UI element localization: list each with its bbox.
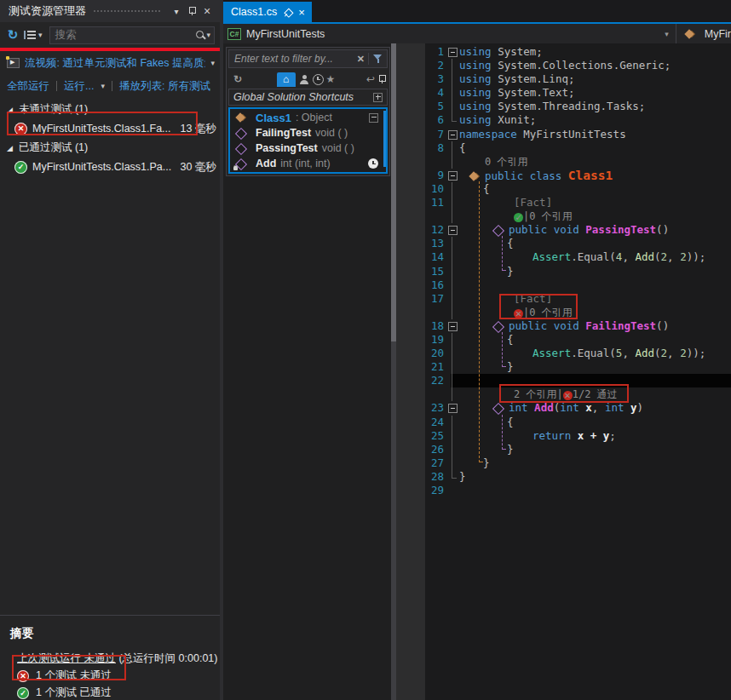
back-icon[interactable]: ↩ [366,73,375,85]
fold-collapse-icon[interactable] [446,128,459,141]
outline-margin [446,72,459,86]
code-row[interactable]: 3using System.Linq; [425,72,731,86]
code-row[interactable]: 26} [425,443,731,456]
group-by-button[interactable]: ▾ [24,30,43,40]
code-row[interactable]: 21} [425,360,731,374]
chevron-down-icon[interactable]: ▾ [665,30,669,38]
scrollbar-thumb[interactable] [391,43,396,341]
window-position-menu-button[interactable]: ▾ [169,3,184,19]
navigator-scrollbar[interactable] [383,111,386,167]
chevron-down-icon[interactable]: ▾ [101,82,105,90]
codelens-row[interactable]: |0 个引用 [425,306,731,319]
test-group-header[interactable]: ◢已通过测试 (1) [0,139,220,157]
fold-collapse-icon[interactable] [446,223,459,237]
code-row[interactable]: 4using System.Text; [425,86,731,100]
code-row[interactable]: 16 [425,278,731,292]
video-link[interactable]: 流视频: 通过单元测试和 Fakes 提高质量 [25,56,205,71]
code-row[interactable]: 28} [425,470,731,484]
line-number: 13 [425,237,446,250]
code-row[interactable]: 7namespace MyFirstUnitTests [425,128,731,141]
pin-tab-icon[interactable] [282,6,294,18]
test-item-row[interactable]: MyFirstUnitTests.Class1.Fa...13 毫秒 [0,118,220,139]
line-number: 9 [425,169,446,182]
code-row[interactable]: 18public void FailingTest() [425,319,731,333]
chevron-down-icon[interactable]: ▾ [206,31,210,39]
method-icon [234,128,246,138]
fold-collapse-icon[interactable] [446,169,459,182]
code-row[interactable]: 19{ [425,333,731,347]
breakpoint-margin[interactable] [396,43,425,700]
section-header-row[interactable]: Global Solution Shortcuts [228,89,388,106]
home-tab[interactable]: ⌂ [277,72,296,87]
code-row[interactable]: 12public void PassingTest() [425,223,731,237]
codelens-row[interactable]: |0 个引用 [425,209,731,223]
pin-icon[interactable] [377,74,386,84]
navigator-filter-box[interactable]: Enter text to filter by... ✕ [228,49,388,68]
tab-class1-cs[interactable]: Class1.cs × [223,2,312,22]
refresh-tests-button[interactable]: ↻ [5,27,20,43]
code-row[interactable]: 9public class Class1 [425,169,731,182]
test-item-row[interactable]: MyFirstUnitTests.Class1.Pa...30 毫秒 [0,157,220,177]
summary-rows: 1 个测试 未通过1 个测试 已通过 [10,668,211,700]
token-pl: } [507,360,514,373]
code-row[interactable]: 29 [425,484,731,497]
codelens-row[interactable]: 2 个引用|1/2 通过 [425,387,731,401]
code-row[interactable]: 22 [425,374,731,387]
code-row[interactable]: 25return x + y; [425,429,731,443]
code-row[interactable]: 11[Fact] [425,196,731,209]
playlist-link[interactable]: 播放列表: 所有测试 [119,79,210,94]
code-row[interactable]: 24{ [425,416,731,429]
codelens-row[interactable]: 0 个引用 [425,155,731,169]
fold-collapse-icon[interactable] [446,401,459,415]
chevron-down-icon[interactable]: ▾ [210,59,215,67]
navigator-item[interactable]: FailingTestvoid ( ) [230,125,386,141]
navigator-item[interactable]: Addint (int, int) [230,156,386,171]
fold-collapse-icon[interactable] [446,319,459,333]
search-icon[interactable] [195,30,206,41]
fold-collapse-icon[interactable] [446,45,459,59]
test-group-header[interactable]: ◢未通过测试 (1) [0,100,220,118]
pin-window-button[interactable] [184,3,199,19]
code-row[interactable]: 10{ [425,182,731,196]
code-row[interactable]: 8{ [425,141,731,155]
expand-icon[interactable] [373,93,383,102]
members-tab-icon[interactable] [298,74,310,85]
code-row[interactable]: 27} [425,456,731,470]
favorites-tab-icon[interactable]: ★ [326,73,336,85]
clear-filter-icon[interactable]: ✕ [357,54,365,65]
recent-tab-icon[interactable] [313,74,324,85]
expander-icon[interactable]: ◢ [7,144,13,152]
test-explorer-titlebar[interactable]: 测试资源管理器 ▾ × [0,0,220,22]
code-row[interactable]: 14Assert.Equal(4, Add(2, 2)); [425,250,731,264]
navigator-item[interactable]: PassingTestvoid ( ) [230,141,386,156]
collapse-icon[interactable] [369,113,378,123]
sync-icon[interactable]: ↻ [230,73,245,85]
filter-icon[interactable] [372,54,383,64]
code-row[interactable]: 20Assert.Equal(5, Add(2, 2)); [425,347,731,360]
line-number [425,155,446,169]
expander-icon[interactable]: ◢ [7,106,13,114]
code-row[interactable]: 2using System.Collections.Generic; [425,59,731,72]
token-cn: Class1 [568,169,613,182]
close-window-button[interactable]: × [199,3,215,19]
code-row[interactable]: 1using System; [425,45,731,59]
run-dropdown-link[interactable]: 运行... [64,79,94,94]
code-area[interactable]: 1using System;2using System.Collections.… [425,43,731,700]
navigator-item[interactable]: Class1: Object [230,110,386,125]
project-dropdown[interactable]: MyFirstUnitTests [246,28,665,40]
type-dropdown[interactable]: MyFir [683,28,731,40]
code-row[interactable]: 23int Add(int x, int y) [425,401,731,415]
section-header-label: Global Solution Shortcuts [233,91,373,103]
code-row[interactable]: 17[Fact] [425,292,731,306]
code-row[interactable]: 6using Xunit; [425,113,731,127]
code-row[interactable]: 13{ [425,237,731,250]
editor-split-scrollbar[interactable] [391,43,396,700]
last-run-link[interactable]: 上次测试运行 未通过 [17,652,116,664]
token-kw: public class [485,169,568,182]
code-row[interactable]: 15} [425,265,731,278]
code-row[interactable]: 5using System.Threading.Tasks; [425,100,731,113]
run-all-link[interactable]: 全部运行 [7,79,49,94]
video-banner: 流视频: 通过单元测试和 Fakes 提高质量 ▾ [0,51,220,75]
close-tab-icon[interactable]: × [298,7,305,18]
test-search-box[interactable]: 搜索 ▾ [49,26,215,44]
